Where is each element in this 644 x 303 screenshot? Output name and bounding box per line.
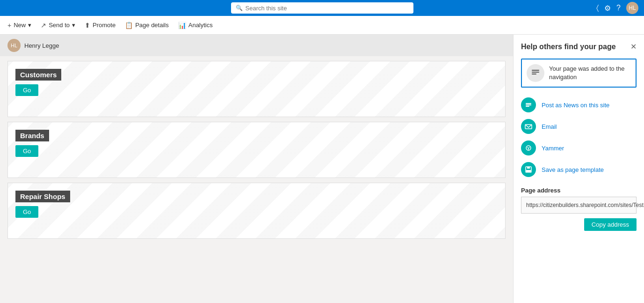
email-label[interactable]: Email [542, 123, 557, 130]
send-icon: ↗ [41, 22, 46, 29]
send-to-button[interactable]: ↗ Send to ▾ [41, 22, 75, 29]
svg-rect-11 [526, 170, 531, 172]
svg-rect-3 [526, 103, 531, 104]
card-title: Repair Shops [15, 191, 70, 202]
save-template-option[interactable]: Save as page template [521, 159, 637, 180]
promote-label[interactable]: Promote [93, 22, 116, 29]
card-title: Brands [15, 130, 49, 141]
page-address-section: Page address https://citizenbuilders.sha… [521, 187, 637, 231]
yammer-label[interactable]: Yammer [542, 145, 564, 152]
brands-go-button[interactable]: Go [15, 145, 38, 157]
analytics-label[interactable]: Analytics [188, 22, 213, 29]
copy-address-button[interactable]: Copy address [584, 218, 637, 231]
top-bar: 🔍 〈 ⚙ ? HL [0, 0, 644, 16]
card-bg-pattern [8, 122, 505, 177]
search-bar[interactable]: 🔍 [231, 2, 413, 14]
svg-text:Y: Y [527, 146, 530, 151]
post-news-icon [521, 97, 536, 112]
svg-rect-0 [532, 70, 539, 71]
new-button[interactable]: + New ▾ [7, 22, 31, 29]
email-icon [521, 119, 536, 134]
page-details-icon: 📋 [125, 22, 133, 29]
panel-header: Help others find your page ✕ [521, 42, 637, 51]
card-bg-pattern [8, 61, 505, 117]
close-panel-button[interactable]: ✕ [630, 42, 637, 51]
card-content: Brands Go [15, 130, 49, 157]
cards-container: Customers Go Brands Go Repair Shops Go [0, 56, 513, 244]
avatar[interactable]: HL [626, 2, 638, 14]
repair-shops-go-button[interactable]: Go [15, 206, 38, 218]
right-panel: Help others find your page ✕ Your page w… [513, 35, 644, 303]
svg-rect-5 [526, 106, 529, 107]
nav-added-notification: Your page was added to the navigation [521, 59, 637, 88]
list-item: Brands Go [7, 122, 506, 178]
new-chevron-icon: ▾ [28, 22, 31, 29]
card-content: Repair Shops Go [15, 191, 70, 218]
plus-icon: + [7, 22, 11, 29]
panel-title: Help others find your page [521, 43, 616, 51]
author-bar: HL Henry Legge [0, 35, 513, 56]
post-as-news-option[interactable]: Post as News on this site [521, 94, 637, 116]
settings-icon[interactable]: ⚙ [604, 4, 611, 13]
post-news-label[interactable]: Post as News on this site [542, 102, 609, 109]
search-input[interactable] [246, 5, 409, 12]
svg-rect-10 [527, 167, 530, 169]
email-option[interactable]: Email [521, 116, 637, 137]
analytics-button[interactable]: 📊 Analytics [178, 22, 213, 29]
share-icon[interactable]: 〈 [596, 4, 599, 12]
svg-rect-2 [532, 74, 536, 74]
nav-added-text: Your page was added to the navigation [549, 65, 631, 81]
help-icon[interactable]: ? [616, 4, 621, 12]
save-template-label[interactable]: Save as page template [542, 166, 604, 173]
page-address-label: Page address [521, 187, 637, 194]
promote-button[interactable]: ⬆ Promote [85, 22, 116, 29]
search-icon: 🔍 [236, 5, 243, 11]
author-name: Henry Legge [24, 42, 59, 49]
yammer-icon: Y [521, 140, 536, 155]
card-title: Customers [15, 69, 61, 81]
toolbar: + New ▾ ↗ Send to ▾ ⬆ Promote 📋 Page det… [0, 16, 644, 35]
list-item: Repair Shops Go [7, 183, 506, 239]
author-avatar: HL [7, 39, 21, 52]
page-details-label[interactable]: Page details [135, 22, 169, 29]
top-bar-right: 〈 ⚙ ? HL [596, 2, 638, 14]
main-layout: HL Henry Legge Customers Go Brands Go [0, 35, 644, 303]
card-bg-pattern [8, 183, 505, 238]
svg-rect-4 [526, 104, 531, 105]
page-address-value[interactable]: https://citizenbuilders.sharepoint.com/s… [521, 197, 637, 214]
page-details-button[interactable]: 📋 Page details [125, 22, 169, 29]
new-label[interactable]: New [14, 22, 26, 29]
content-area: HL Henry Legge Customers Go Brands Go [0, 35, 513, 303]
send-chevron-icon: ▾ [72, 22, 75, 29]
save-template-icon [521, 162, 536, 177]
list-item: Customers Go [7, 61, 506, 117]
svg-rect-1 [532, 72, 539, 73]
promote-icon: ⬆ [85, 22, 90, 29]
analytics-icon: 📊 [178, 22, 186, 29]
yammer-option[interactable]: Y Yammer [521, 137, 637, 159]
nav-icon [527, 64, 544, 82]
send-to-label[interactable]: Send to [49, 22, 70, 29]
card-content: Customers Go [15, 69, 61, 96]
customers-go-button[interactable]: Go [15, 84, 38, 96]
